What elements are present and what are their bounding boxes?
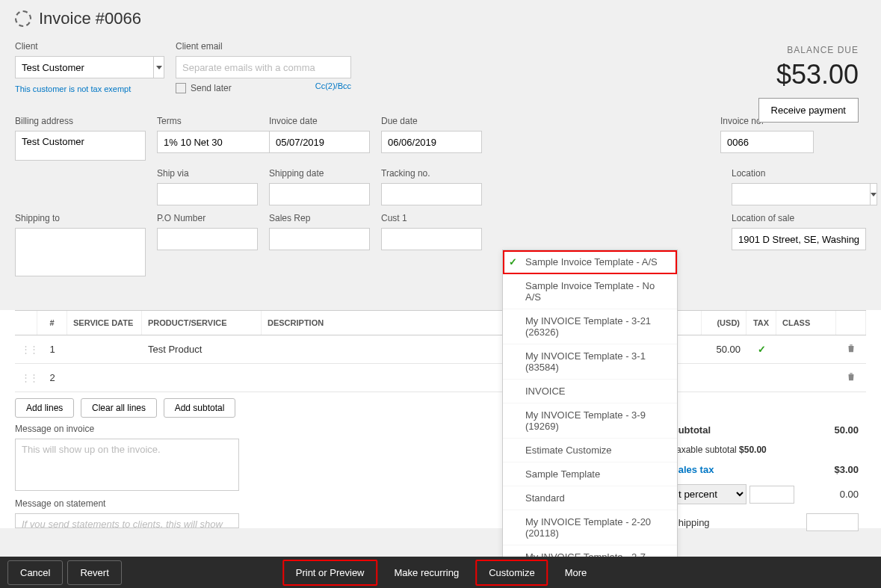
shipping-date-label: Shipping date [269,168,370,179]
location-sale-label: Location of sale [732,213,866,223]
tax-exempt-note[interactable]: This customer is not tax exempt [15,84,164,93]
shipping-date-input[interactable] [269,183,370,205]
discount-value: 0.00 [840,489,859,500]
terms-label: Terms [157,116,258,126]
delete-row-button[interactable] [836,337,866,362]
revert-button[interactable]: Revert [67,560,121,585]
sales-tax-link[interactable]: Sales tax [672,464,714,475]
col-amt-header: (USD) [702,311,746,335]
row-amount[interactable] [702,372,746,384]
line-items-header: # SERVICE DATE PRODUCT/SERVICE DESCRIPTI… [15,310,866,335]
table-row[interactable]: ⋮⋮ 2 [15,364,866,392]
message-statement-label: Message on statement [15,498,239,509]
template-option[interactable]: My INVOICE Template - 3-9 (19269) [503,403,677,439]
row-class[interactable] [776,344,836,356]
make-recurring-button[interactable]: Make recurring [383,561,472,584]
send-later-checkbox[interactable] [176,83,186,93]
row-date[interactable] [67,372,142,384]
template-option[interactable]: Sample Invoice Template - No A/S [503,274,677,309]
sales-tax-value: $3.00 [834,464,859,475]
row-num: 1 [37,338,67,361]
template-option[interactable]: My INVOICE Template - 2-20 (20118) [503,510,677,545]
discount-percent-input[interactable] [749,486,794,504]
client-email-label: Client email [176,41,351,52]
ship-via-label: Ship via [157,168,258,179]
delete-row-button[interactable] [836,365,866,390]
ship-via-input[interactable] [157,183,258,205]
shipping-to-label: Shipping to [15,213,146,223]
row-class[interactable] [776,372,836,384]
balance-due-label: BALANCE DUE [758,45,859,55]
template-option[interactable]: My INVOICE Template - 3-21 (26326) [503,309,677,344]
sales-rep-input[interactable] [269,228,370,250]
row-product[interactable]: Test Product [142,338,262,361]
template-option[interactable]: INVOICE [503,380,677,403]
client-dropdown-button[interactable] [153,56,164,78]
page-title: Invoice #0066 [39,9,141,28]
client-label: Client [15,41,164,52]
message-invoice-label: Message on invoice [15,424,239,434]
shipping-to-input[interactable] [15,228,146,276]
row-tax[interactable]: ✓ [746,338,776,361]
cancel-button[interactable]: Cancel [7,560,63,585]
location-select[interactable] [732,183,870,205]
subtotal-value: 50.00 [834,424,859,436]
client-email-input[interactable] [176,56,351,78]
invoice-icon [15,10,31,27]
po-label: P.O Number [157,213,258,223]
client-select[interactable] [15,56,153,78]
print-preview-button[interactable]: Print or Preview [282,560,378,586]
row-product[interactable] [142,372,262,384]
template-option[interactable]: Standard [503,486,677,510]
template-option[interactable]: Estimate Customize [503,439,677,462]
location-dropdown-button[interactable] [870,183,877,205]
cust1-input[interactable] [381,228,482,250]
clear-all-lines-button[interactable]: Clear all lines [81,398,157,418]
message-statement-input[interactable] [15,513,239,528]
add-lines-button[interactable]: Add lines [15,398,74,418]
drag-handle-icon[interactable]: ⋮⋮ [15,366,37,389]
po-input[interactable] [157,228,258,250]
row-date[interactable] [67,344,142,356]
discount-percent-select[interactable]: t percent [672,484,746,504]
drag-handle-icon[interactable]: ⋮⋮ [15,338,37,361]
template-option[interactable]: Sample Template [503,462,677,486]
table-row[interactable]: ⋮⋮ 1 Test Product 50.00 ✓ [15,335,866,364]
location-label: Location [732,168,866,179]
receive-payment-button[interactable]: Receive payment [758,98,859,123]
customize-button[interactable]: Customize [475,560,548,586]
cust1-label: Cust 1 [381,213,482,223]
chevron-down-icon [871,193,877,196]
template-option[interactable]: Sample Invoice Template - A/S [503,250,677,274]
col-tax-header: TAX [746,311,776,335]
balance-amount: $53.00 [758,59,859,90]
template-option[interactable]: My INVOICE Template - 3-1 (83584) [503,344,677,380]
col-num-header: # [37,311,67,335]
due-date-input[interactable] [381,131,482,153]
tracking-input[interactable] [381,183,482,205]
template-dropdown-menu: Sample Invoice Template - A/S Sample Inv… [502,250,678,588]
row-num: 2 [37,366,67,389]
sales-rep-label: Sales Rep [269,213,370,223]
shipping-input[interactable] [806,513,859,531]
cc-bcc-link[interactable]: Cc(2)/Bcc [315,81,351,90]
tracking-label: Tracking no. [381,168,482,179]
taxable-subtotal-label: Taxable subtotal $50.00 [672,445,767,455]
col-date-header: SERVICE DATE [67,311,142,335]
col-class-header: CLASS [776,311,836,335]
due-date-label: Due date [381,116,482,126]
add-subtotal-button[interactable]: Add subtotal [164,398,236,418]
chevron-down-icon [156,66,162,69]
footer-bar: Cancel Revert Print or Preview Make recu… [0,557,881,588]
row-tax[interactable] [746,372,776,384]
invoice-no-input[interactable] [720,131,814,153]
billing-label: Billing address [15,116,146,126]
location-sale-input[interactable] [732,228,866,250]
send-later-label: Send later [191,83,232,93]
billing-address-input[interactable]: Test Customer [15,131,146,161]
more-button[interactable]: More [553,561,599,584]
invoice-date-input[interactable] [269,131,370,153]
message-invoice-input[interactable] [15,439,239,491]
invoice-date-label: Invoice date [269,116,370,126]
row-amount[interactable]: 50.00 [702,338,746,361]
